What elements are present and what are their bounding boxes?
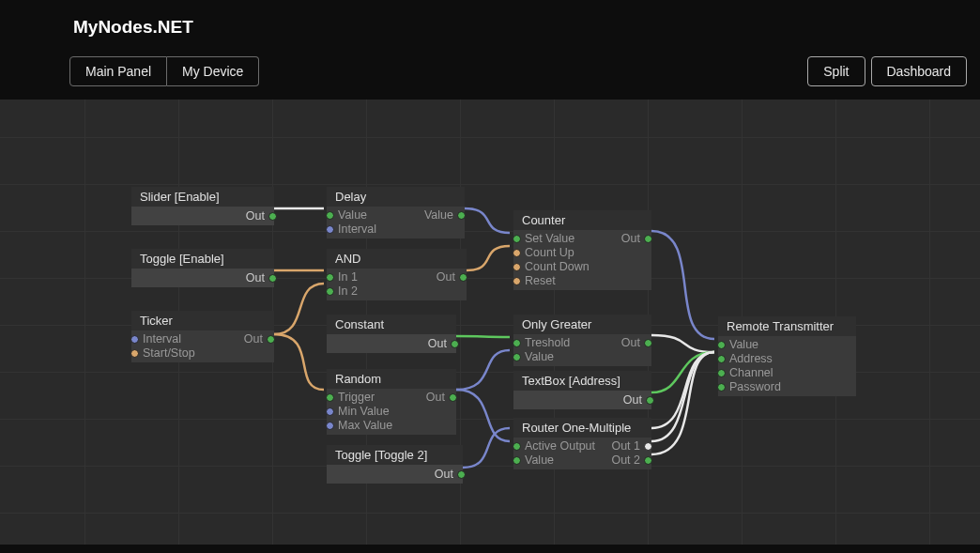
port-label: Out [621,232,640,246]
port-dot[interactable] [717,355,726,363]
port-label: Value [729,338,758,352]
port-label: Out [621,336,640,350]
node-delay[interactable]: Delay Value Interval Value [327,187,465,238]
toolbar: Main Panel My Device Split Dashboard [0,45,980,100]
port-label: Out [623,393,642,407]
node-title: Remote Transmitter [718,316,856,336]
main-panel-button[interactable]: Main Panel [69,56,167,86]
port-label: Treshold [525,336,570,350]
header: MyNodes.NET [0,0,980,45]
dashboard-button[interactable]: Dashboard [871,56,968,86]
node-title: Only Greater [513,315,651,334]
port-label: Channel [729,366,773,380]
port-dot[interactable] [130,349,139,358]
port-label: Out [426,391,445,405]
node-title: TextBox [Address] [513,371,651,391]
node-title: Delay [327,187,465,207]
node-title: Toggle [Enable] [131,249,274,269]
node-slider[interactable]: Slider [Enable] Out [131,187,274,225]
port-dot[interactable] [326,287,334,296]
node-remote-transmitter[interactable]: Remote Transmitter Value Address Channel… [718,316,856,396]
port-dot[interactable] [130,335,139,344]
node-counter[interactable]: Counter Set Value Count Up Count Down Re… [513,210,651,290]
port-dot[interactable] [267,335,275,344]
port-dot[interactable] [449,393,457,402]
port-dot[interactable] [326,407,334,416]
port-label: Value [424,208,453,223]
node-toggle-2[interactable]: Toggle [Toggle 2] Out [327,445,463,484]
port-dot[interactable] [513,442,521,451]
node-canvas[interactable]: Slider [Enable] Out Delay Value Interval… [0,100,980,550]
port-dot[interactable] [644,339,652,347]
my-device-button[interactable]: My Device [167,56,259,86]
brand-title: MyNodes.NET [73,17,980,38]
port-dot[interactable] [268,212,277,221]
port-dot[interactable] [457,470,466,479]
port-label: Address [729,352,773,366]
port-dot[interactable] [646,396,654,405]
node-textbox[interactable]: TextBox [Address] Out [513,371,651,409]
footer-bar [0,545,980,550]
port-dot[interactable] [513,235,521,243]
port-label: Out [244,332,263,346]
port-label: Start/Stop [143,346,195,361]
port-label: Out 2 [611,453,640,468]
port-label: Interval [338,223,376,237]
node-only-greater[interactable]: Only Greater Treshold Value Out [513,315,651,366]
split-button[interactable]: Split [807,56,865,86]
port-label: Count Up [525,246,574,260]
port-dot[interactable] [326,211,334,220]
port-label: Out [246,271,265,285]
node-router[interactable]: Router One-Multiple Active Output Value … [513,418,651,469]
port-dot[interactable] [644,456,652,465]
node-random[interactable]: Random Trigger Min Value Max Value Out [327,369,456,435]
node-toggle-enable[interactable]: Toggle [Enable] Out [131,249,274,287]
port-dot[interactable] [451,340,459,348]
port-dot[interactable] [459,273,467,282]
port-label: Value [525,453,554,468]
port-label: Interval [143,332,181,346]
node-title: Slider [Enable] [131,187,274,207]
node-title: Toggle [Toggle 2] [327,445,463,465]
node-title: Router One-Multiple [513,418,651,438]
port-label: Out [435,468,453,482]
port-label: Value [525,350,554,364]
port-label: Out 1 [611,439,640,453]
port-dot[interactable] [513,249,521,257]
port-dot[interactable] [513,263,521,271]
port-label: Max Value [338,419,392,433]
node-constant[interactable]: Constant Out [327,315,456,353]
port-dot[interactable] [644,442,652,451]
port-dot[interactable] [326,225,334,234]
port-label: Out [428,337,447,351]
port-label: Password [729,380,781,394]
port-dot[interactable] [326,393,334,402]
port-label: Trigger [338,391,375,405]
port-dot[interactable] [717,341,726,349]
port-label: In 2 [338,284,358,299]
port-dot[interactable] [326,422,334,430]
port-dot[interactable] [326,273,334,282]
port-label: Reset [525,274,556,288]
node-title: Counter [513,210,651,230]
port-label: Value [338,208,367,223]
port-dot[interactable] [457,211,466,220]
port-label: Count Down [525,260,590,274]
port-label: Out [246,209,265,223]
port-dot[interactable] [513,339,521,347]
port-dot[interactable] [513,277,521,285]
node-title: AND [327,249,467,269]
port-dot[interactable] [717,369,726,377]
port-label: Active Output [525,439,595,453]
port-label: Out [436,270,455,284]
port-dot[interactable] [717,383,726,392]
node-and[interactable]: AND In 1 In 2 Out [327,249,467,300]
port-label: Min Value [338,405,390,419]
port-dot[interactable] [268,274,277,283]
port-dot[interactable] [513,353,521,361]
port-dot[interactable] [644,235,652,243]
node-title: Ticker [131,311,274,330]
port-dot[interactable] [513,456,521,465]
node-ticker[interactable]: Ticker Interval Start/Stop Out [131,311,274,362]
node-title: Random [327,369,456,389]
